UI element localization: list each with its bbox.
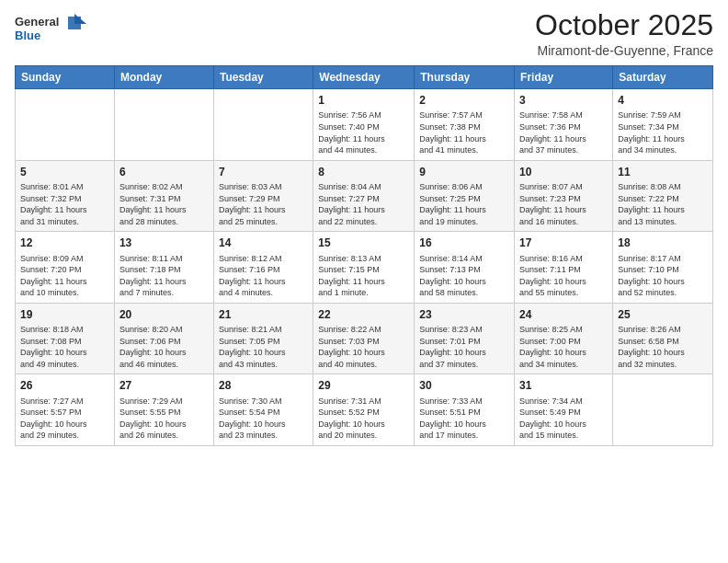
day-info: Sunrise: 8:13 AM Sunset: 7:15 PM Dayligh…	[318, 253, 409, 299]
calendar-body: 1Sunrise: 7:56 AM Sunset: 7:40 PM Daylig…	[16, 89, 713, 446]
day-number: 20	[119, 307, 209, 322]
day-info: Sunrise: 8:08 AM Sunset: 7:22 PM Dayligh…	[618, 181, 708, 227]
location-title: Miramont-de-Guyenne, France	[535, 43, 713, 58]
calendar-cell: 24Sunrise: 8:25 AM Sunset: 7:00 PM Dayli…	[515, 303, 613, 374]
calendar-cell: 30Sunrise: 7:33 AM Sunset: 5:51 PM Dayli…	[415, 374, 515, 446]
day-info: Sunrise: 8:20 AM Sunset: 7:06 PM Dayligh…	[119, 324, 209, 370]
day-info: Sunrise: 8:17 AM Sunset: 7:10 PM Dayligh…	[618, 253, 708, 299]
day-number: 25	[618, 307, 708, 322]
day-number: 22	[318, 307, 409, 322]
calendar-cell: 20Sunrise: 8:20 AM Sunset: 7:06 PM Dayli…	[114, 303, 213, 374]
day-info: Sunrise: 7:34 AM Sunset: 5:49 PM Dayligh…	[519, 396, 608, 442]
day-number: 18	[618, 236, 708, 250]
day-number: 29	[318, 378, 409, 393]
title-area: October 2025 Miramont-de-Guyenne, France	[535, 9, 713, 58]
calendar-cell: 1Sunrise: 7:56 AM Sunset: 7:40 PM Daylig…	[313, 89, 415, 161]
day-number: 13	[119, 236, 209, 250]
day-number: 19	[20, 307, 109, 322]
header-friday: Friday	[515, 66, 613, 89]
calendar-cell: 10Sunrise: 8:07 AM Sunset: 7:23 PM Dayli…	[515, 160, 613, 232]
day-number: 1	[318, 93, 409, 108]
header-monday: Monday	[114, 66, 213, 89]
calendar-cell: 28Sunrise: 7:30 AM Sunset: 5:54 PM Dayli…	[213, 374, 313, 446]
calendar-cell	[213, 89, 313, 161]
calendar-cell: 4Sunrise: 7:59 AM Sunset: 7:34 PM Daylig…	[613, 89, 713, 161]
day-number: 17	[519, 236, 608, 250]
header-wednesday: Wednesday	[313, 66, 415, 89]
day-info: Sunrise: 7:30 AM Sunset: 5:54 PM Dayligh…	[219, 396, 308, 442]
calendar-cell: 8Sunrise: 8:04 AM Sunset: 7:27 PM Daylig…	[313, 160, 415, 232]
day-number: 15	[318, 236, 409, 250]
day-info: Sunrise: 8:02 AM Sunset: 7:31 PM Dayligh…	[119, 181, 209, 227]
header-thursday: Thursday	[415, 66, 515, 89]
day-info: Sunrise: 8:11 AM Sunset: 7:18 PM Dayligh…	[119, 253, 209, 299]
day-number: 31	[519, 378, 608, 393]
calendar-cell: 2Sunrise: 7:57 AM Sunset: 7:38 PM Daylig…	[415, 89, 515, 161]
calendar-cell: 5Sunrise: 8:01 AM Sunset: 7:32 PM Daylig…	[16, 160, 115, 232]
day-info: Sunrise: 7:57 AM Sunset: 7:38 PM Dayligh…	[419, 109, 509, 155]
header-sunday: Sunday	[16, 66, 115, 89]
day-number: 11	[618, 165, 708, 179]
day-info: Sunrise: 8:16 AM Sunset: 7:11 PM Dayligh…	[519, 253, 608, 299]
calendar-week-3: 12Sunrise: 8:09 AM Sunset: 7:20 PM Dayli…	[16, 232, 713, 304]
day-number: 14	[219, 236, 308, 250]
month-title: October 2025	[535, 9, 713, 41]
day-info: Sunrise: 7:58 AM Sunset: 7:36 PM Dayligh…	[519, 109, 608, 155]
calendar-week-2: 5Sunrise: 8:01 AM Sunset: 7:32 PM Daylig…	[16, 160, 713, 232]
logo-area: General Blue	[15, 9, 88, 50]
calendar-cell: 15Sunrise: 8:13 AM Sunset: 7:15 PM Dayli…	[313, 232, 415, 304]
day-number: 3	[519, 93, 608, 108]
calendar-cell	[16, 89, 115, 161]
header-saturday: Saturday	[613, 66, 713, 89]
page: General Blue October 2025 Miramont-de-Gu…	[0, 0, 728, 563]
calendar-cell: 13Sunrise: 8:11 AM Sunset: 7:18 PM Dayli…	[114, 232, 213, 304]
day-info: Sunrise: 8:12 AM Sunset: 7:16 PM Dayligh…	[219, 253, 308, 299]
calendar-cell: 18Sunrise: 8:17 AM Sunset: 7:10 PM Dayli…	[613, 232, 713, 304]
day-number: 5	[20, 165, 109, 179]
day-number: 16	[419, 236, 509, 250]
day-info: Sunrise: 7:31 AM Sunset: 5:52 PM Dayligh…	[318, 396, 409, 442]
calendar-cell: 14Sunrise: 8:12 AM Sunset: 7:16 PM Dayli…	[213, 232, 313, 304]
svg-text:General: General	[15, 15, 59, 29]
day-number: 24	[519, 307, 608, 322]
day-number: 30	[419, 378, 509, 393]
day-number: 9	[419, 165, 509, 179]
day-number: 7	[219, 165, 308, 179]
svg-marker-3	[74, 14, 86, 24]
svg-text:Blue: Blue	[15, 29, 40, 42]
day-number: 26	[20, 378, 109, 393]
calendar-cell	[114, 89, 213, 161]
day-info: Sunrise: 8:06 AM Sunset: 7:25 PM Dayligh…	[419, 181, 509, 227]
day-number: 8	[318, 165, 409, 179]
header: General Blue October 2025 Miramont-de-Gu…	[15, 9, 713, 58]
day-info: Sunrise: 7:56 AM Sunset: 7:40 PM Dayligh…	[318, 109, 409, 155]
logo-svg: General Blue	[15, 9, 88, 46]
weekday-header-row: Sunday Monday Tuesday Wednesday Thursday…	[16, 66, 713, 89]
calendar-cell	[613, 374, 713, 446]
header-tuesday: Tuesday	[213, 66, 313, 89]
day-info: Sunrise: 7:59 AM Sunset: 7:34 PM Dayligh…	[618, 109, 708, 155]
day-number: 4	[618, 93, 708, 108]
day-info: Sunrise: 8:01 AM Sunset: 7:32 PM Dayligh…	[20, 181, 109, 227]
calendar-cell: 21Sunrise: 8:21 AM Sunset: 7:05 PM Dayli…	[213, 303, 313, 374]
day-info: Sunrise: 7:29 AM Sunset: 5:55 PM Dayligh…	[119, 396, 209, 442]
calendar-cell: 16Sunrise: 8:14 AM Sunset: 7:13 PM Dayli…	[415, 232, 515, 304]
day-info: Sunrise: 8:25 AM Sunset: 7:00 PM Dayligh…	[519, 324, 608, 370]
calendar-week-1: 1Sunrise: 7:56 AM Sunset: 7:40 PM Daylig…	[16, 89, 713, 161]
day-info: Sunrise: 7:33 AM Sunset: 5:51 PM Dayligh…	[419, 396, 509, 442]
calendar-cell: 22Sunrise: 8:22 AM Sunset: 7:03 PM Dayli…	[313, 303, 415, 374]
day-info: Sunrise: 8:04 AM Sunset: 7:27 PM Dayligh…	[318, 181, 409, 227]
day-number: 6	[119, 165, 209, 179]
calendar-week-4: 19Sunrise: 8:18 AM Sunset: 7:08 PM Dayli…	[16, 303, 713, 374]
calendar-cell: 23Sunrise: 8:23 AM Sunset: 7:01 PM Dayli…	[415, 303, 515, 374]
day-info: Sunrise: 8:21 AM Sunset: 7:05 PM Dayligh…	[219, 324, 308, 370]
day-info: Sunrise: 8:22 AM Sunset: 7:03 PM Dayligh…	[318, 324, 409, 370]
day-number: 27	[119, 378, 209, 393]
day-info: Sunrise: 8:03 AM Sunset: 7:29 PM Dayligh…	[219, 181, 308, 227]
logo: General Blue	[15, 9, 88, 50]
calendar-week-5: 26Sunrise: 7:27 AM Sunset: 5:57 PM Dayli…	[16, 374, 713, 446]
calendar-cell: 17Sunrise: 8:16 AM Sunset: 7:11 PM Dayli…	[515, 232, 613, 304]
day-info: Sunrise: 8:26 AM Sunset: 6:58 PM Dayligh…	[618, 324, 708, 370]
calendar-cell: 7Sunrise: 8:03 AM Sunset: 7:29 PM Daylig…	[213, 160, 313, 232]
calendar-cell: 19Sunrise: 8:18 AM Sunset: 7:08 PM Dayli…	[16, 303, 115, 374]
